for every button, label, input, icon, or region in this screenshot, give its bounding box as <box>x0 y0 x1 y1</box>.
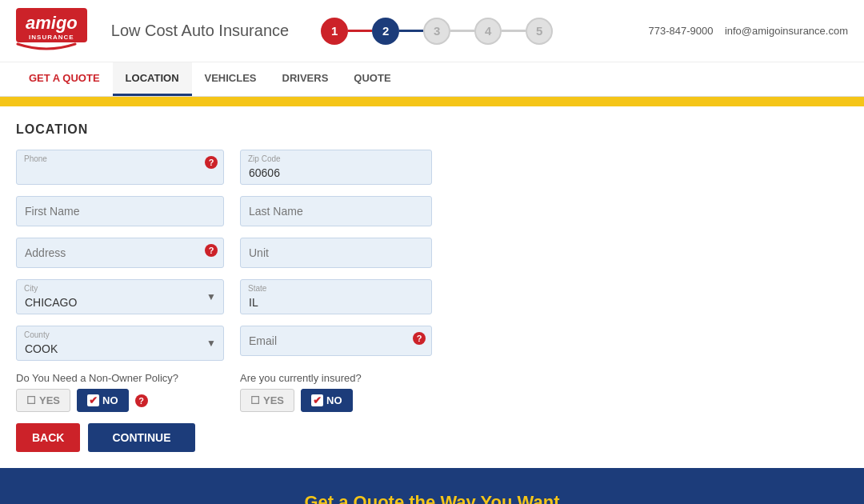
insured-label: Are you currently insured? <box>240 372 480 384</box>
first-name-input[interactable] <box>16 196 224 226</box>
state-input[interactable] <box>240 279 432 314</box>
logo-box: amigo INSURANCE <box>16 8 87 42</box>
unit-field-group <box>240 238 432 268</box>
step-5-circle: 5 <box>526 18 553 45</box>
zip-field-group: Zip Code <box>240 150 432 185</box>
insured-radio-group: ☐ YES ✔ NO <box>240 389 480 412</box>
state-field-group: State <box>240 279 432 314</box>
first-name-field-group <box>16 196 224 226</box>
last-name-input[interactable] <box>240 196 432 226</box>
zip-label: Zip Code <box>248 154 281 163</box>
step-line-2-3 <box>399 30 423 32</box>
nav-tabs: GET A QUOTE LOCATION VEHICLES DRIVERS QU… <box>0 62 864 97</box>
logo-text: amigo <box>26 13 78 33</box>
step-3-circle: 3 <box>423 18 450 45</box>
action-buttons: BACK CONTINUE <box>16 423 848 452</box>
county-field-group: County COOK ▼ <box>16 326 224 361</box>
last-name-field-group <box>240 196 432 226</box>
form-row-4: City CHICAGO ▼ State <box>16 279 848 314</box>
address-field-group: ? <box>16 238 224 268</box>
checkbox-unchecked-icon-2: ☐ <box>250 394 260 406</box>
email-help-icon[interactable]: ? <box>413 332 426 345</box>
address-help-icon[interactable]: ? <box>205 244 218 257</box>
continue-button[interactable]: CONTINUE <box>88 423 194 452</box>
main-content: LOCATION Phone ? Zip Code ? <box>0 106 864 468</box>
city-label: City <box>24 284 38 293</box>
form-row-6: Do You Need a Non-Owner Policy? ☐ YES ✔ … <box>16 372 848 412</box>
non-owner-group: Do You Need a Non-Owner Policy? ☐ YES ✔ … <box>16 372 224 412</box>
checkbox-unchecked-icon: ☐ <box>26 394 36 406</box>
tab-drivers[interactable]: DRIVERS <box>270 62 342 96</box>
header: amigo INSURANCE Low Cost Auto Insurance … <box>0 0 864 62</box>
step-line-3-4 <box>450 30 474 32</box>
non-owner-no-btn[interactable]: ✔ NO <box>77 389 129 412</box>
non-owner-help-icon[interactable]: ? <box>135 394 148 407</box>
footer-title: Get a Quote the Way You Want <box>16 492 848 504</box>
insured-yes-btn[interactable]: ☐ YES <box>240 389 294 412</box>
step-line-1-2 <box>348 30 372 32</box>
phone-help-icon[interactable]: ? <box>205 156 218 169</box>
county-label: County <box>24 330 50 339</box>
non-owner-yes-label: YES <box>39 394 60 406</box>
form-row-1: Phone ? Zip Code <box>16 150 848 185</box>
header-email: info@amigoinsurance.com <box>725 25 848 37</box>
insured-group: Are you currently insured? ☐ YES ✔ NO <box>240 372 480 412</box>
non-owner-radio-group: ☐ YES ✔ NO ? <box>16 389 224 412</box>
step-line-4-5 <box>502 30 526 32</box>
insured-no-btn[interactable]: ✔ NO <box>301 389 353 412</box>
header-title: Low Cost Auto Insurance <box>111 22 289 40</box>
non-owner-label: Do You Need a Non-Owner Policy? <box>16 372 224 384</box>
email-field-group: ? <box>240 326 432 361</box>
step-1-circle: 1 <box>321 18 348 45</box>
logo-sub-text: INSURANCE <box>26 34 78 41</box>
email-input[interactable] <box>240 326 432 356</box>
insured-yes-label: YES <box>263 394 284 406</box>
section-title: LOCATION <box>16 122 848 137</box>
footer-banner: Get a Quote the Way You Want 🌐 📞 📍 <box>0 468 864 504</box>
form-row-5: County COOK ▼ ? <box>16 326 848 361</box>
phone-input[interactable] <box>16 150 224 185</box>
back-button[interactable]: BACK <box>16 423 80 452</box>
yellow-bar <box>0 97 864 106</box>
tab-get-a-quote[interactable]: GET A QUOTE <box>16 62 113 96</box>
step-4-circle: 4 <box>474 18 502 45</box>
checkbox-checked-icon-2: ✔ <box>311 394 323 406</box>
insured-no-label: NO <box>326 394 342 406</box>
phone-field-group: Phone ? <box>16 150 224 185</box>
city-field-group: City CHICAGO ▼ <box>16 279 224 314</box>
tab-vehicles[interactable]: VEHICLES <box>192 62 270 96</box>
unit-input[interactable] <box>240 238 432 268</box>
form-row-3: ? <box>16 238 848 268</box>
checkbox-checked-icon: ✔ <box>87 394 99 406</box>
tab-location[interactable]: LOCATION <box>113 62 192 96</box>
state-label: State <box>248 284 266 293</box>
header-phone: 773-847-9000 <box>648 25 713 37</box>
step-2-circle: 2 <box>372 18 399 45</box>
form-row-2 <box>16 196 848 226</box>
address-input[interactable] <box>16 238 224 268</box>
header-contact: 773-847-9000 info@amigoinsurance.com <box>648 25 848 37</box>
phone-label: Phone <box>24 154 47 163</box>
non-owner-no-label: NO <box>102 394 118 406</box>
city-select[interactable]: CHICAGO <box>16 279 224 314</box>
logo-area: amigo INSURANCE <box>16 8 87 54</box>
progress-steps: 1 2 3 4 5 <box>321 18 553 45</box>
non-owner-yes-btn[interactable]: ☐ YES <box>16 389 70 412</box>
tab-quote[interactable]: QUOTE <box>341 62 403 96</box>
logo-smile-icon <box>16 42 77 54</box>
